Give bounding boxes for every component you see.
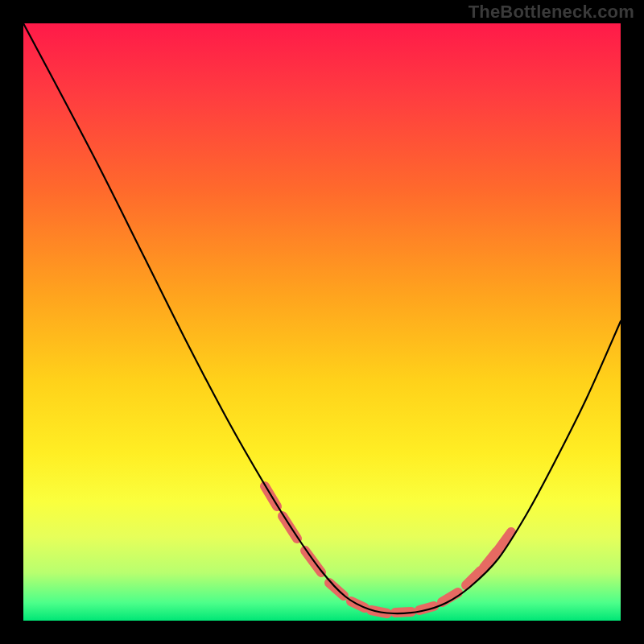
watermark-text: TheBottleneck.com [469, 2, 634, 23]
chart-frame: TheBottleneck.com [0, 0, 644, 644]
curve-svg [23, 23, 621, 621]
bottleneck-curve [23, 23, 621, 613]
highlight-segment [498, 532, 511, 550]
highlight-group [265, 486, 511, 613]
highlight-segment [484, 551, 497, 568]
plot-area [23, 23, 621, 621]
highlight-segment [283, 516, 297, 539]
